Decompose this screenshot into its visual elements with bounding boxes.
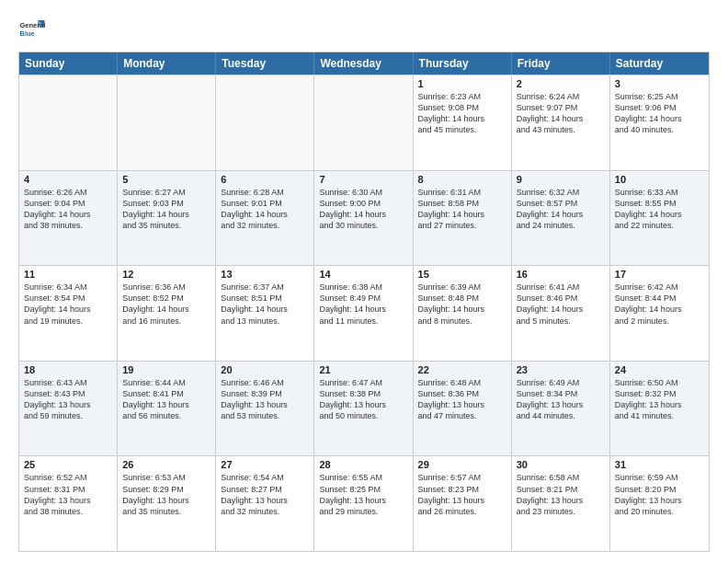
calendar-row: 25Sunrise: 6:52 AM Sunset: 8:31 PM Dayli… — [19, 455, 709, 551]
calendar-row: 18Sunrise: 6:43 AM Sunset: 8:43 PM Dayli… — [19, 361, 709, 456]
calendar-cell: 4Sunrise: 6:26 AM Sunset: 9:04 PM Daylig… — [19, 171, 118, 266]
logo: General Blue — [18, 15, 46, 42]
day-number: 30 — [517, 459, 605, 470]
calendar-cell: 1Sunrise: 6:23 AM Sunset: 9:08 PM Daylig… — [414, 75, 512, 170]
svg-text:Blue: Blue — [20, 29, 35, 38]
calendar-cell: 26Sunrise: 6:53 AM Sunset: 8:29 PM Dayli… — [118, 456, 216, 551]
calendar-cell: 2Sunrise: 6:24 AM Sunset: 9:07 PM Daylig… — [512, 75, 610, 170]
day-number: 20 — [221, 364, 309, 375]
day-number: 6 — [221, 174, 309, 185]
day-number: 29 — [418, 459, 506, 470]
calendar-cell: 28Sunrise: 6:55 AM Sunset: 8:25 PM Dayli… — [314, 456, 413, 551]
day-number: 2 — [517, 78, 605, 89]
cell-info: Sunrise: 6:38 AM Sunset: 8:49 PM Dayligh… — [319, 282, 407, 327]
cell-info: Sunrise: 6:48 AM Sunset: 8:36 PM Dayligh… — [418, 377, 506, 422]
day-number: 25 — [24, 459, 112, 470]
calendar-cell: 20Sunrise: 6:46 AM Sunset: 8:39 PM Dayli… — [216, 362, 314, 456]
day-number: 24 — [615, 364, 704, 375]
calendar-cell: 13Sunrise: 6:37 AM Sunset: 8:51 PM Dayli… — [216, 266, 314, 361]
calendar-cell: 29Sunrise: 6:57 AM Sunset: 8:23 PM Dayli… — [414, 456, 512, 551]
day-number: 11 — [24, 269, 112, 280]
cell-info: Sunrise: 6:24 AM Sunset: 9:07 PM Dayligh… — [517, 91, 605, 136]
calendar-body: 1Sunrise: 6:23 AM Sunset: 9:08 PM Daylig… — [19, 75, 709, 551]
day-number: 10 — [615, 174, 704, 185]
day-number: 7 — [319, 174, 407, 185]
cell-info: Sunrise: 6:46 AM Sunset: 8:39 PM Dayligh… — [221, 377, 309, 422]
calendar-cell: 21Sunrise: 6:47 AM Sunset: 8:38 PM Dayli… — [314, 362, 413, 456]
calendar-cell: 22Sunrise: 6:48 AM Sunset: 8:36 PM Dayli… — [414, 362, 512, 456]
calendar-cell: 17Sunrise: 6:42 AM Sunset: 8:44 PM Dayli… — [610, 266, 709, 361]
cell-info: Sunrise: 6:59 AM Sunset: 8:20 PM Dayligh… — [615, 472, 704, 517]
day-number: 26 — [122, 459, 210, 470]
calendar-cell: 14Sunrise: 6:38 AM Sunset: 8:49 PM Dayli… — [314, 266, 413, 361]
day-number: 18 — [24, 364, 112, 375]
cell-info: Sunrise: 6:49 AM Sunset: 8:34 PM Dayligh… — [517, 377, 605, 422]
header-day: Thursday — [414, 52, 512, 75]
cell-info: Sunrise: 6:28 AM Sunset: 9:01 PM Dayligh… — [221, 187, 309, 232]
cell-info: Sunrise: 6:26 AM Sunset: 9:04 PM Dayligh… — [24, 187, 112, 232]
day-number: 1 — [418, 78, 506, 89]
calendar-cell: 15Sunrise: 6:39 AM Sunset: 8:48 PM Dayli… — [414, 266, 512, 361]
calendar-cell: 10Sunrise: 6:33 AM Sunset: 8:55 PM Dayli… — [610, 171, 709, 266]
day-number: 21 — [319, 364, 407, 375]
calendar-cell: 23Sunrise: 6:49 AM Sunset: 8:34 PM Dayli… — [512, 362, 610, 456]
header-day: Saturday — [610, 52, 709, 75]
day-number: 23 — [517, 364, 605, 375]
day-number: 8 — [418, 174, 506, 185]
cell-info: Sunrise: 6:32 AM Sunset: 8:57 PM Dayligh… — [517, 187, 605, 232]
calendar-cell: 5Sunrise: 6:27 AM Sunset: 9:03 PM Daylig… — [118, 171, 216, 266]
cell-info: Sunrise: 6:55 AM Sunset: 8:25 PM Dayligh… — [319, 472, 407, 517]
calendar-cell: 24Sunrise: 6:50 AM Sunset: 8:32 PM Dayli… — [610, 362, 709, 456]
day-number: 14 — [319, 269, 407, 280]
calendar-cell: 3Sunrise: 6:25 AM Sunset: 9:06 PM Daylig… — [610, 75, 709, 170]
calendar-cell: 11Sunrise: 6:34 AM Sunset: 8:54 PM Dayli… — [19, 266, 118, 361]
day-number: 3 — [615, 78, 704, 89]
day-number: 27 — [221, 459, 309, 470]
cell-info: Sunrise: 6:34 AM Sunset: 8:54 PM Dayligh… — [24, 282, 112, 327]
calendar-cell: 18Sunrise: 6:43 AM Sunset: 8:43 PM Dayli… — [19, 362, 118, 456]
header-day: Tuesday — [216, 52, 314, 75]
day-number: 28 — [319, 459, 407, 470]
calendar-cell — [216, 75, 314, 170]
header-day: Sunday — [19, 52, 118, 75]
day-number: 19 — [122, 364, 210, 375]
cell-info: Sunrise: 6:23 AM Sunset: 9:08 PM Dayligh… — [418, 91, 506, 136]
calendar-cell: 9Sunrise: 6:32 AM Sunset: 8:57 PM Daylig… — [512, 171, 610, 266]
day-number: 9 — [517, 174, 605, 185]
day-number: 15 — [418, 269, 506, 280]
cell-info: Sunrise: 6:44 AM Sunset: 8:41 PM Dayligh… — [122, 377, 210, 422]
cell-info: Sunrise: 6:43 AM Sunset: 8:43 PM Dayligh… — [24, 377, 112, 422]
calendar-cell: 16Sunrise: 6:41 AM Sunset: 8:46 PM Dayli… — [512, 266, 610, 361]
day-number: 31 — [615, 459, 704, 470]
calendar-cell: 7Sunrise: 6:30 AM Sunset: 9:00 PM Daylig… — [314, 171, 413, 266]
calendar-cell — [118, 75, 216, 170]
day-number: 13 — [221, 269, 309, 280]
cell-info: Sunrise: 6:33 AM Sunset: 8:55 PM Dayligh… — [615, 187, 704, 232]
header-day: Friday — [512, 52, 610, 75]
calendar-row: 1Sunrise: 6:23 AM Sunset: 9:08 PM Daylig… — [19, 75, 709, 170]
day-number: 22 — [418, 364, 506, 375]
calendar-cell: 19Sunrise: 6:44 AM Sunset: 8:41 PM Dayli… — [118, 362, 216, 456]
svg-text:General: General — [20, 21, 46, 29]
calendar-row: 11Sunrise: 6:34 AM Sunset: 8:54 PM Dayli… — [19, 265, 709, 361]
day-number: 16 — [517, 269, 605, 280]
cell-info: Sunrise: 6:54 AM Sunset: 8:27 PM Dayligh… — [221, 472, 309, 517]
cell-info: Sunrise: 6:39 AM Sunset: 8:48 PM Dayligh… — [418, 282, 506, 327]
calendar-cell: 25Sunrise: 6:52 AM Sunset: 8:31 PM Dayli… — [19, 456, 118, 551]
calendar-cell — [19, 75, 118, 170]
cell-info: Sunrise: 6:42 AM Sunset: 8:44 PM Dayligh… — [615, 282, 704, 327]
cell-info: Sunrise: 6:36 AM Sunset: 8:52 PM Dayligh… — [122, 282, 210, 327]
calendar-cell: 27Sunrise: 6:54 AM Sunset: 8:27 PM Dayli… — [216, 456, 314, 551]
cell-info: Sunrise: 6:41 AM Sunset: 8:46 PM Dayligh… — [517, 282, 605, 327]
cell-info: Sunrise: 6:37 AM Sunset: 8:51 PM Dayligh… — [221, 282, 309, 327]
cell-info: Sunrise: 6:31 AM Sunset: 8:58 PM Dayligh… — [418, 187, 506, 232]
calendar-cell: 30Sunrise: 6:58 AM Sunset: 8:21 PM Dayli… — [512, 456, 610, 551]
calendar-row: 4Sunrise: 6:26 AM Sunset: 9:04 PM Daylig… — [19, 170, 709, 266]
calendar: SundayMondayTuesdayWednesdayThursdayFrid… — [18, 52, 710, 552]
cell-info: Sunrise: 6:25 AM Sunset: 9:06 PM Dayligh… — [615, 91, 704, 136]
calendar-cell — [314, 75, 413, 170]
calendar-cell: 31Sunrise: 6:59 AM Sunset: 8:20 PM Dayli… — [610, 456, 709, 551]
calendar-cell: 6Sunrise: 6:28 AM Sunset: 9:01 PM Daylig… — [216, 171, 314, 266]
header-day: Wednesday — [314, 52, 413, 75]
cell-info: Sunrise: 6:52 AM Sunset: 8:31 PM Dayligh… — [24, 472, 112, 517]
